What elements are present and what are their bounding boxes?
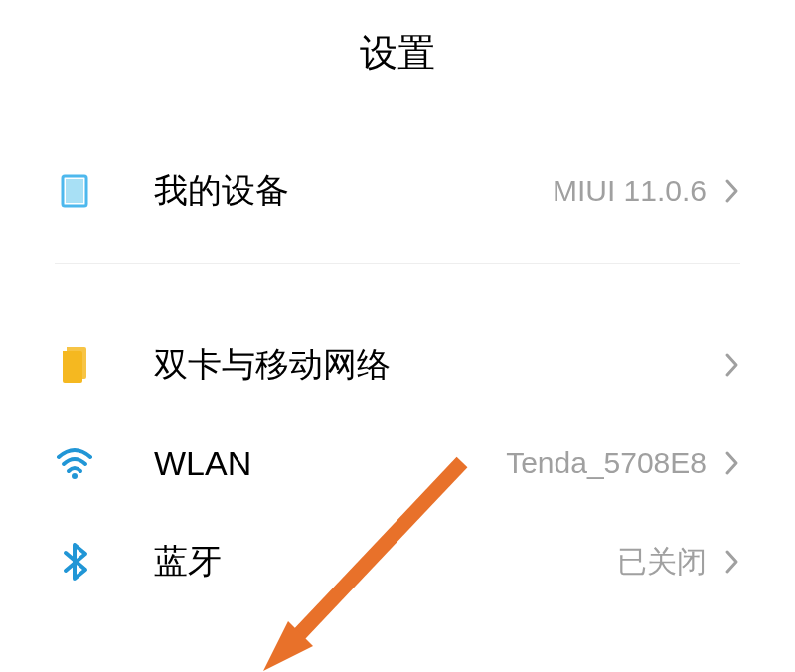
settings-item-dual-sim[interactable]: 双卡与移动网络 xyxy=(55,314,740,416)
settings-item-value: MIUI 11.0.6 xyxy=(553,174,707,208)
page-title: 设置 xyxy=(0,28,795,79)
chevron-right-icon xyxy=(724,548,740,576)
sim-icon xyxy=(55,345,94,385)
settings-item-wlan[interactable]: WLAN Tenda_5708E8 xyxy=(55,416,740,511)
settings-item-value: 已关闭 xyxy=(617,542,707,583)
wifi-icon xyxy=(55,443,94,483)
settings-item-bluetooth[interactable]: 蓝牙 已关闭 xyxy=(55,511,740,612)
settings-list: 我的设备 MIUI 11.0.6 双卡与移动网络 xyxy=(0,118,795,612)
spacer xyxy=(55,264,740,314)
bluetooth-icon xyxy=(55,542,94,582)
settings-item-value: Tenda_5708E8 xyxy=(506,446,707,480)
page-header: 设置 xyxy=(0,0,795,118)
settings-item-label: 蓝牙 xyxy=(154,539,617,585)
svg-rect-1 xyxy=(66,179,83,203)
device-icon xyxy=(55,171,94,211)
svg-marker-4 xyxy=(263,621,313,671)
settings-item-label: 我的设备 xyxy=(154,168,553,214)
svg-point-2 xyxy=(72,473,78,479)
chevron-right-icon xyxy=(724,177,740,205)
chevron-right-icon xyxy=(724,351,740,379)
settings-item-my-device[interactable]: 我的设备 MIUI 11.0.6 xyxy=(55,118,740,263)
settings-item-label: WLAN xyxy=(154,444,506,483)
chevron-right-icon xyxy=(724,449,740,477)
settings-item-label: 双卡与移动网络 xyxy=(154,342,707,388)
